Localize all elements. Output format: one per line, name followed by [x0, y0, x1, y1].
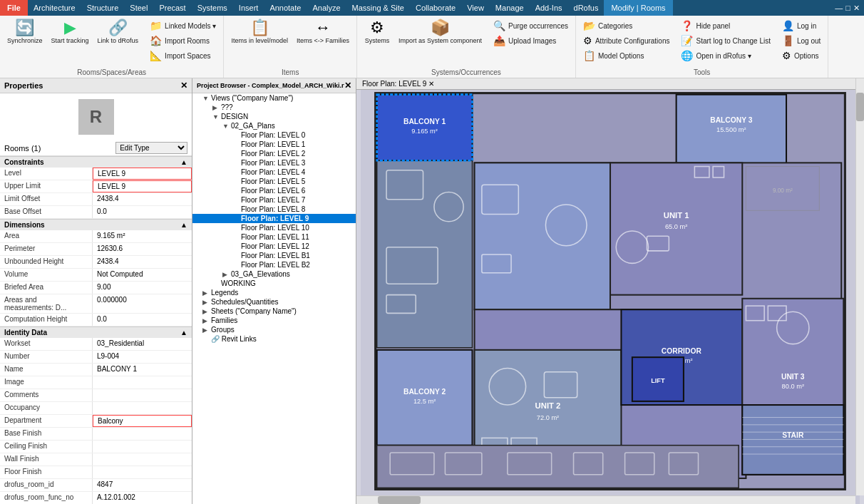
ribbon: 🔄 Synchronize ▶ Start tracking 🔗 Link to…	[0, 16, 864, 78]
tree-working[interactable]: WORKING	[192, 279, 356, 288]
tree-levelb2[interactable]: Floor Plan: LEVEL B2	[192, 260, 356, 269]
import-system-button[interactable]: 📦 Import as System component	[396, 19, 485, 46]
categories-icon: 📂	[583, 20, 595, 31]
import-system-icon: 📦	[431, 20, 450, 36]
menu-view[interactable]: View	[461, 0, 490, 16]
tree-levelb1[interactable]: Floor Plan: LEVEL B1	[192, 251, 356, 260]
tree-level5[interactable]: Floor Plan: LEVEL 5	[192, 177, 356, 186]
synchronize-label: Synchronize	[7, 37, 43, 44]
identity-section[interactable]: Identity Data ▲	[0, 326, 192, 338]
browser-title: Project Browser - Complex_Model_ARCH_Wik…	[197, 82, 344, 89]
prop-ceiling-finish: Ceiling Finish	[0, 441, 192, 453]
upload-images-label: Upload Images	[508, 37, 556, 45]
menu-analyze[interactable]: Analyze	[307, 0, 346, 16]
tree-ga-plans[interactable]: ▼02_GA_Plans	[192, 121, 356, 130]
model-options-icon: 📋	[583, 50, 595, 61]
menu-manage[interactable]: Manage	[490, 0, 530, 16]
open-drofus-button[interactable]: 🌐 Open in dRofus ▾	[678, 48, 773, 63]
tree-families[interactable]: ▶Families	[192, 316, 356, 325]
systems-label: Systems	[365, 37, 390, 44]
menu-collaborate[interactable]: Collaborate	[410, 0, 461, 16]
floor-plan[interactable]: BALCONY 1 9.165 m² BALCONY 3 15.500 m² U…	[356, 78, 864, 504]
tree-level11[interactable]: Floor Plan: LEVEL 11	[192, 232, 356, 242]
menu-systems[interactable]: Systems	[192, 0, 233, 16]
tree-level8[interactable]: Floor Plan: LEVEL 8	[192, 205, 356, 214]
tree-level6[interactable]: Floor Plan: LEVEL 6	[192, 186, 356, 195]
linked-models-button[interactable]: 📁 Linked Models ▾	[147, 19, 219, 33]
tree-legends[interactable]: ▶Legends	[192, 288, 356, 297]
logout-button[interactable]: 🚪 Log out	[779, 34, 823, 48]
browser-header: Project Browser - Complex_Model_ARCH_Wik…	[192, 78, 356, 93]
menu-insert[interactable]: Insert	[233, 0, 264, 16]
tree-level4[interactable]: Floor Plan: LEVEL 4	[192, 168, 356, 177]
items-families-icon: ↔	[315, 20, 331, 36]
tree-level1[interactable]: Floor Plan: LEVEL 1	[192, 140, 356, 149]
tree-design[interactable]: ▼DESIGN	[192, 112, 356, 121]
revit-logo: R	[78, 99, 114, 135]
window-close[interactable]: ✕	[853, 4, 860, 13]
ribbon-group-rooms: 🔄 Synchronize ▶ Start tracking 🔗 Link to…	[0, 16, 224, 78]
start-tracking-button[interactable]: ▶ Start tracking	[48, 19, 92, 46]
tree-level2[interactable]: Floor Plan: LEVEL 2	[192, 149, 356, 158]
menu-drofus[interactable]: dRofus	[568, 0, 605, 16]
tree-views[interactable]: ▼Views ("Company Name")	[192, 93, 356, 103]
prop-number: Number L9-004	[0, 351, 192, 364]
open-drofus-icon: 🌐	[681, 50, 693, 61]
tree-schedules[interactable]: ▶Schedules/Quantities	[192, 297, 356, 307]
items-level-button[interactable]: 📋 Items in level/model	[228, 19, 291, 46]
items-families-button[interactable]: ↔ Items <-> Families	[294, 19, 352, 46]
tree-level10[interactable]: Floor Plan: LEVEL 10	[192, 223, 356, 232]
upload-images-button[interactable]: 📤 Upload Images	[490, 34, 571, 48]
constraints-section[interactable]: Constraints ▲	[0, 156, 192, 168]
hide-panel-button[interactable]: ❓ Hide panel	[678, 19, 773, 33]
edit-type-select[interactable]: Edit Type	[115, 142, 187, 154]
tree-level9[interactable]: Floor Plan: LEVEL 9	[192, 214, 356, 223]
tree-level0[interactable]: Floor Plan: LEVEL 0	[192, 130, 356, 140]
modify-rooms-tab[interactable]: Modify | Rooms	[604, 0, 672, 16]
categories-button[interactable]: 📂 Categories	[580, 19, 673, 33]
menu-addins[interactable]: Add-Ins	[530, 0, 568, 16]
tree-groups[interactable]: ▶Groups	[192, 325, 356, 334]
properties-close[interactable]: ✕	[180, 81, 187, 91]
prop-level: Level LEVEL 9	[0, 168, 192, 180]
import-rooms-button[interactable]: 🏠 Import Rooms	[147, 34, 219, 48]
systems-button[interactable]: ⚙ Systems	[361, 19, 393, 46]
horizontal-scrollbar[interactable]	[356, 495, 855, 504]
menu-architecture[interactable]: Architecture	[28, 0, 81, 16]
menu-structure[interactable]: Structure	[81, 0, 125, 16]
items-level-label: Items in level/model	[231, 37, 288, 44]
view-tab[interactable]: Floor Plan: LEVEL 9 ✕	[356, 78, 864, 90]
tree-level7[interactable]: Floor Plan: LEVEL 7	[192, 195, 356, 205]
svg-text:UNIT 2: UNIT 2	[535, 401, 561, 410]
login-button[interactable]: 👤 Log in	[779, 19, 823, 33]
import-spaces-label: Import Spaces	[165, 52, 210, 60]
purge-occurrences-button[interactable]: 🔍 Purge occurrences	[490, 19, 571, 33]
vertical-scrollbar[interactable]	[855, 78, 864, 495]
browser-close[interactable]: ✕	[344, 81, 351, 91]
tree-level12[interactable]: Floor Plan: LEVEL 12	[192, 242, 356, 251]
window-minimize[interactable]: —	[835, 4, 843, 12]
tree-revit-links[interactable]: 🔗 Revit Links	[192, 334, 356, 344]
link-drofus-button[interactable]: 🔗 Link to dRofus	[95, 19, 142, 46]
start-log-button[interactable]: 📝 Start log to Change List	[678, 34, 773, 48]
menu-steel[interactable]: Steel	[124, 0, 153, 16]
prop-briefed-area: Briefed Area 9.00	[0, 282, 192, 294]
menu-file[interactable]: File	[0, 0, 28, 16]
synchronize-button[interactable]: 🔄 Synchronize	[4, 19, 46, 46]
tree-sheets[interactable]: ▶Sheets ("Company Name")	[192, 307, 356, 316]
import-spaces-icon: 📐	[150, 50, 162, 61]
items-families-label: Items <-> Families	[297, 37, 349, 44]
dimensions-section[interactable]: Dimensions ▲	[0, 219, 192, 230]
svg-text:STAIR: STAIR	[782, 431, 804, 439]
model-options-button[interactable]: 📋 Model Options	[580, 48, 673, 63]
attribute-config-button[interactable]: ⚙ Attribute Configurations	[580, 34, 673, 48]
tree-qqq[interactable]: ▶???	[192, 103, 356, 112]
window-maximize[interactable]: □	[845, 4, 850, 12]
tree-ga-elevations[interactable]: ▶03_GA_Elevations	[192, 269, 356, 279]
import-spaces-button[interactable]: 📐 Import Spaces	[147, 48, 219, 63]
tree-level3[interactable]: Floor Plan: LEVEL 3	[192, 158, 356, 168]
menu-massing[interactable]: Massing & Site	[346, 0, 410, 16]
options-button[interactable]: ⚙ Options	[779, 48, 823, 63]
menu-precast[interactable]: Precast	[153, 0, 191, 16]
menu-annotate[interactable]: Annotate	[264, 0, 307, 16]
